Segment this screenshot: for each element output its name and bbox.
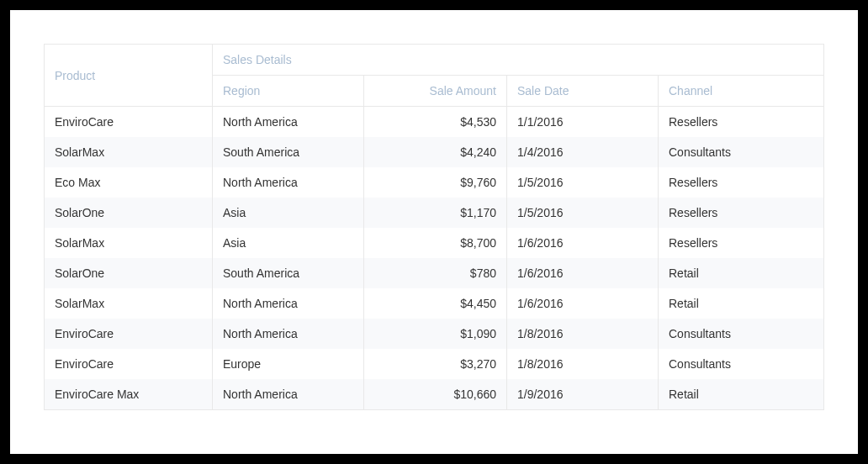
cell-channel: Consultants <box>659 349 824 379</box>
cell-date: 1/1/2016 <box>507 107 659 138</box>
cell-region: Asia <box>213 228 364 258</box>
cell-channel: Resellers <box>659 198 824 228</box>
header-sale-date[interactable]: Sale Date <box>507 76 659 107</box>
cell-amount: $4,450 <box>364 288 507 319</box>
table-row[interactable]: Eco Max North America $9,760 1/5/2016 Re… <box>45 167 824 198</box>
cell-product: SolarMax <box>45 288 213 319</box>
header-sales-details[interactable]: Sales Details <box>213 45 824 76</box>
cell-date: 1/6/2016 <box>507 258 659 288</box>
cell-date: 1/9/2016 <box>507 379 659 410</box>
cell-channel: Retail <box>659 379 824 410</box>
table-row[interactable]: EnviroCare Max North America $10,660 1/9… <box>45 379 824 410</box>
table-row[interactable]: SolarOne South America $780 1/6/2016 Ret… <box>45 258 824 288</box>
cell-product: SolarMax <box>45 137 213 167</box>
cell-amount: $4,530 <box>364 107 507 138</box>
table-body: EnviroCare North America $4,530 1/1/2016… <box>45 107 824 410</box>
cell-amount: $1,170 <box>364 198 507 228</box>
cell-channel: Resellers <box>659 107 824 138</box>
cell-region: South America <box>213 258 364 288</box>
cell-date: 1/5/2016 <box>507 167 659 198</box>
cell-amount: $4,240 <box>364 137 507 167</box>
header-region[interactable]: Region <box>213 76 364 107</box>
cell-date: 1/5/2016 <box>507 198 659 228</box>
cell-product: EnviroCare <box>45 107 213 138</box>
cell-region: North America <box>213 167 364 198</box>
cell-product: SolarMax <box>45 228 213 258</box>
header-channel[interactable]: Channel <box>659 76 824 107</box>
cell-product: EnviroCare <box>45 319 213 349</box>
cell-product: SolarOne <box>45 258 213 288</box>
cell-amount: $10,660 <box>364 379 507 410</box>
cell-region: North America <box>213 288 364 319</box>
table-row[interactable]: EnviroCare Europe $3,270 1/8/2016 Consul… <box>45 349 824 379</box>
cell-channel: Retail <box>659 288 824 319</box>
table-row[interactable]: SolarMax South America $4,240 1/4/2016 C… <box>45 137 824 167</box>
cell-channel: Resellers <box>659 167 824 198</box>
cell-date: 1/6/2016 <box>507 228 659 258</box>
cell-amount: $1,090 <box>364 319 507 349</box>
header-sale-amount[interactable]: Sale Amount <box>364 76 507 107</box>
cell-region: Europe <box>213 349 364 379</box>
cell-channel: Consultants <box>659 319 824 349</box>
cell-channel: Resellers <box>659 228 824 258</box>
cell-region: Asia <box>213 198 364 228</box>
cell-channel: Consultants <box>659 137 824 167</box>
cell-amount: $780 <box>364 258 507 288</box>
table-row[interactable]: SolarMax Asia $8,700 1/6/2016 Resellers <box>45 228 824 258</box>
cell-region: North America <box>213 107 364 138</box>
cell-region: South America <box>213 137 364 167</box>
cell-date: 1/8/2016 <box>507 319 659 349</box>
sales-table: Product Sales Details Region Sale Amount… <box>44 44 824 410</box>
cell-region: North America <box>213 379 364 410</box>
cell-product: SolarOne <box>45 198 213 228</box>
cell-date: 1/6/2016 <box>507 288 659 319</box>
cell-product: EnviroCare <box>45 349 213 379</box>
cell-channel: Retail <box>659 258 824 288</box>
cell-region: North America <box>213 319 364 349</box>
page-container: Product Sales Details Region Sale Amount… <box>10 10 858 454</box>
cell-product: Eco Max <box>45 167 213 198</box>
cell-amount: $8,700 <box>364 228 507 258</box>
table-row[interactable]: SolarOne Asia $1,170 1/5/2016 Resellers <box>45 198 824 228</box>
cell-date: 1/4/2016 <box>507 137 659 167</box>
cell-amount: $3,270 <box>364 349 507 379</box>
table-row[interactable]: EnviroCare North America $4,530 1/1/2016… <box>45 107 824 138</box>
table-row[interactable]: SolarMax North America $4,450 1/6/2016 R… <box>45 288 824 319</box>
table-row[interactable]: EnviroCare North America $1,090 1/8/2016… <box>45 319 824 349</box>
cell-product: EnviroCare Max <box>45 379 213 410</box>
cell-date: 1/8/2016 <box>507 349 659 379</box>
header-product[interactable]: Product <box>45 45 213 107</box>
cell-amount: $9,760 <box>364 167 507 198</box>
